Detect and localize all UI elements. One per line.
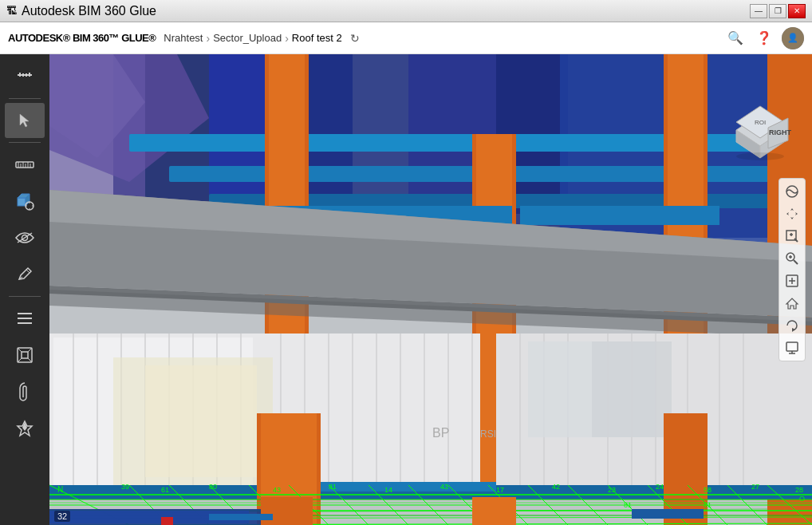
breadcrumb-nrahtest[interactable]: Nrahtest (164, 32, 203, 44)
svg-rect-146 (261, 497, 313, 525)
roll-tool-btn[interactable] (782, 315, 802, 336)
toolbar-section-btn[interactable] (5, 338, 45, 373)
svg-line-160 (794, 239, 798, 242)
zoom-window-tool-btn[interactable] (782, 226, 802, 247)
close-button[interactable]: ✕ (788, 4, 806, 18)
svg-rect-51 (520, 206, 719, 225)
toolbar-clip-btn[interactable] (5, 374, 45, 409)
saved-views-tool-btn[interactable] (782, 338, 802, 358)
toolbar-ruler-btn[interactable] (5, 147, 45, 182)
svg-text:81: 81 (329, 483, 337, 491)
toolbar-3d-btn[interactable] (5, 184, 45, 219)
svg-text:61: 61 (161, 486, 169, 494)
toolbar-navigate-btn[interactable] (5, 411, 45, 446)
svg-text:14: 14 (384, 486, 392, 494)
svg-text:43: 43 (273, 486, 281, 494)
toolbar-sep-3 (9, 296, 41, 297)
svg-text:80: 80 (209, 483, 217, 491)
svg-rect-12 (18, 198, 26, 206)
svg-line-164 (794, 260, 798, 264)
restore-button[interactable]: ❐ (769, 4, 786, 18)
toolbar-sep-1 (9, 98, 41, 99)
svg-text:24: 24 (656, 483, 664, 491)
title-bar: 🏗 Autodesk BIM 360 Glue — ❐ ✕ (0, 0, 812, 22)
search-button[interactable]: 🔍 (724, 27, 747, 49)
svg-rect-4 (29, 73, 30, 77)
autodesk-brand: AUTODESK® BIM 360™ GLUE® (8, 32, 156, 44)
breadcrumb-sector-upload[interactable]: Sector_Upload (213, 32, 282, 44)
home-tool-btn[interactable] (782, 293, 802, 314)
breadcrumb-sep-2: › (285, 32, 289, 45)
toolbar-measure-btn[interactable] (5, 59, 45, 94)
svg-text:N: N (57, 485, 63, 494)
svg-rect-24 (22, 352, 28, 358)
right-tools-panel (778, 178, 806, 361)
svg-rect-1 (19, 73, 21, 77)
svg-text:BP: BP (432, 426, 449, 440)
svg-line-19 (26, 270, 30, 273)
svg-text:23: 23 (608, 486, 616, 494)
svg-text:81: 81 (704, 501, 711, 509)
breadcrumb: Nrahtest › Sector_Upload › Roof test 2 ↻ (164, 32, 724, 45)
toolbar-model-browser-btn[interactable] (5, 301, 45, 336)
refresh-icon[interactable]: ↻ (350, 32, 360, 45)
svg-text:42: 42 (552, 483, 560, 491)
fit-tool-btn[interactable] (782, 270, 802, 291)
breadcrumb-current: Roof test 2 (292, 32, 342, 44)
svg-text:ROI: ROI (755, 119, 766, 126)
viewport[interactable]: BP RSI (49, 54, 812, 525)
title-bar-left: 🏗 Autodesk BIM 360 Glue (6, 4, 156, 18)
svg-text:39: 39 (121, 483, 129, 491)
zoom-tool-btn[interactable] (782, 248, 802, 269)
minimize-button[interactable]: — (750, 4, 767, 18)
help-button[interactable]: ❓ (753, 27, 775, 49)
user-avatar[interactable]: 👤 (782, 27, 804, 49)
menu-bar: AUTODESK® BIM 360™ GLUE® Nrahtest › Sect… (0, 22, 812, 54)
main-area: BP RSI (0, 54, 812, 525)
svg-rect-171 (786, 342, 798, 351)
breadcrumb-sep-1: › (206, 32, 210, 45)
toolbar-sep-2 (9, 142, 41, 143)
app-icon: 🏗 (6, 5, 17, 17)
toolbar-select-btn[interactable] (5, 103, 45, 138)
svg-rect-147 (472, 497, 516, 525)
title-bar-controls: — ❐ ✕ (750, 4, 806, 18)
pan-tool-btn[interactable] (782, 203, 802, 224)
scene-canvas: BP RSI (49, 54, 812, 525)
svg-text:RSI: RSI (480, 428, 496, 440)
svg-rect-148 (209, 514, 273, 520)
svg-rect-149 (632, 509, 704, 519)
toolbar-visibility-btn[interactable] (5, 220, 45, 255)
svg-rect-2 (22, 73, 24, 77)
user-initial: 👤 (782, 27, 804, 49)
svg-point-157 (736, 152, 784, 160)
nav-cube-svg: ROI RIGHT (724, 94, 796, 166)
svg-rect-39 (49, 54, 145, 198)
svg-rect-145 (161, 517, 173, 525)
svg-text:O: O (799, 495, 805, 503)
svg-text:17: 17 (496, 486, 504, 494)
svg-text:43: 43 (440, 483, 448, 491)
corner-label: 32 (54, 511, 70, 522)
nav-cube[interactable]: ROI RIGHT (724, 94, 796, 166)
left-toolbar (0, 54, 49, 525)
toolbar-markup-btn[interactable] (5, 257, 45, 292)
title-bar-title: Autodesk BIM 360 Glue (22, 4, 156, 18)
svg-rect-3 (26, 73, 27, 77)
svg-text:27: 27 (751, 483, 759, 491)
menu-bar-right: 🔍 ❓ 👤 (724, 27, 804, 49)
svg-text:28: 28 (795, 486, 803, 494)
svg-rect-90 (592, 341, 672, 437)
svg-text:58: 58 (704, 486, 711, 494)
svg-text:RIGHT: RIGHT (769, 128, 792, 136)
svg-rect-40 (129, 134, 812, 152)
svg-rect-78 (145, 365, 257, 477)
orbit-tool-btn[interactable] (782, 181, 802, 202)
svg-rect-97 (664, 413, 708, 525)
svg-text:81: 81 (624, 501, 632, 509)
